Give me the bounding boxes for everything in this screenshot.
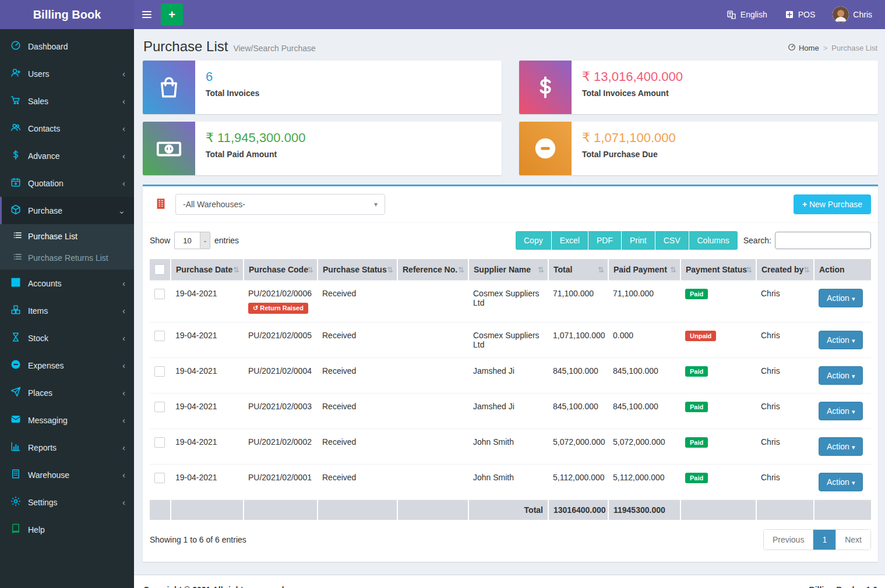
sidebar-item-reports[interactable]: Reports ‹ bbox=[0, 434, 134, 461]
sidebar-item-stock[interactable]: Stock ‹ bbox=[0, 324, 134, 352]
calendar-plus-icon bbox=[10, 177, 21, 189]
bar-chart-icon bbox=[10, 441, 21, 454]
stat-value: ₹ 11,945,300.000 bbox=[206, 130, 305, 146]
row-checkbox[interactable] bbox=[154, 289, 165, 299]
sidebar-item-dashboard[interactable]: Dashboard bbox=[0, 33, 134, 60]
action-button[interactable]: Action▾ bbox=[819, 437, 863, 456]
minus-circle-icon bbox=[10, 359, 21, 371]
col-total[interactable]: Total⇅ bbox=[548, 259, 608, 281]
status-badge: Paid bbox=[685, 289, 708, 299]
sidebar-item-purchase-returns-list[interactable]: Purchase Returns List bbox=[0, 247, 134, 268]
sidebar-item-quotation[interactable]: Quotation ‹ bbox=[0, 169, 134, 197]
building-icon bbox=[10, 469, 21, 481]
chevron-left-icon: ‹ bbox=[122, 69, 125, 78]
page-1-button[interactable]: 1 bbox=[813, 530, 835, 550]
copy-button[interactable]: Copy bbox=[516, 231, 552, 250]
grid-icon bbox=[10, 277, 21, 289]
table-row: 19-04-2021 PU/2021/02/0002 Received John… bbox=[150, 429, 871, 465]
quick-add-button[interactable]: + bbox=[161, 3, 183, 26]
page-length-select[interactable]: 10 ⌄ bbox=[174, 232, 210, 249]
row-checkbox[interactable] bbox=[154, 402, 165, 412]
language-menu[interactable]: English bbox=[727, 10, 767, 20]
page-subtitle: View/Search Purchase bbox=[233, 44, 315, 53]
columns-button[interactable]: Columns bbox=[689, 231, 738, 250]
app-logo[interactable]: Billing Book bbox=[0, 0, 134, 29]
breadcrumb-home-link[interactable]: Home bbox=[788, 43, 819, 53]
sort-icon: ⇅ bbox=[803, 265, 810, 274]
excel-button[interactable]: Excel bbox=[552, 231, 588, 250]
pos-button[interactable]: POS bbox=[785, 10, 816, 19]
sidebar-item-warehouse[interactable]: Warehouse ‹ bbox=[0, 461, 134, 488]
action-button[interactable]: Action▾ bbox=[819, 402, 863, 420]
language-label: English bbox=[741, 10, 767, 19]
caret-down-icon: ▾ bbox=[852, 408, 855, 415]
sidebar-item-expenses[interactable]: Expenses ‹ bbox=[0, 352, 134, 379]
action-button[interactable]: Action▾ bbox=[819, 289, 863, 307]
version-text: Billing Book -v1.0 bbox=[809, 585, 877, 588]
row-checkbox[interactable] bbox=[154, 437, 165, 448]
sidebar-item-accounts[interactable]: Accounts ‹ bbox=[0, 270, 134, 297]
row-checkbox[interactable] bbox=[154, 331, 165, 341]
status-badge: Paid bbox=[685, 366, 708, 377]
warehouse-building-icon bbox=[154, 197, 167, 212]
sort-icon: ⇅ bbox=[458, 265, 464, 274]
show-label: Show bbox=[150, 236, 170, 245]
search-label: Search: bbox=[743, 236, 771, 245]
action-button[interactable]: Action▾ bbox=[819, 473, 863, 491]
status-badge: Unpaid bbox=[685, 331, 716, 341]
sidebar-toggle-button[interactable] bbox=[134, 0, 160, 29]
entries-summary: Showing 1 to 6 of 6 entries bbox=[150, 535, 246, 544]
caret-down-icon: ▾ bbox=[852, 373, 855, 380]
next-page-button[interactable]: Next bbox=[835, 530, 870, 550]
sidebar-item-users[interactable]: Users ‹ bbox=[0, 60, 134, 87]
entries-label: entries bbox=[214, 236, 239, 245]
return-raised-badge: ↺ Return Raised bbox=[248, 303, 308, 314]
sidebar-item-settings[interactable]: Settings ‹ bbox=[0, 488, 134, 516]
sidebar-item-help[interactable]: Help bbox=[0, 516, 134, 543]
csv-button[interactable]: CSV bbox=[655, 231, 689, 250]
row-checkbox[interactable] bbox=[154, 366, 165, 377]
action-button[interactable]: Action▾ bbox=[819, 366, 863, 385]
col-supplier-name[interactable]: Supplier Name⇅ bbox=[468, 259, 548, 281]
row-checkbox[interactable] bbox=[154, 473, 165, 483]
search-input[interactable] bbox=[775, 232, 871, 249]
table-footer-row: Total 13016400.000 11945300.000 bbox=[150, 500, 871, 520]
caret-down-icon: ▾ bbox=[852, 295, 855, 302]
table-row: 19-04-2021 PU/2021/02/0003 Received Jams… bbox=[150, 394, 871, 429]
previous-page-button[interactable]: Previous bbox=[764, 530, 813, 550]
col-paid-payment[interactable]: Paid Payment⇅ bbox=[608, 259, 681, 281]
sort-icon: ⇅ bbox=[670, 265, 676, 274]
col-reference-no[interactable]: Reference No.⇅ bbox=[397, 259, 468, 281]
sidebar-item-contacts[interactable]: Contacts ‹ bbox=[0, 115, 134, 142]
pdf-button[interactable]: PDF bbox=[588, 231, 622, 250]
sidebar-item-messaging[interactable]: Messaging ‹ bbox=[0, 406, 134, 434]
caret-down-icon: ▾ bbox=[374, 200, 378, 208]
col-purchase-code[interactable]: Purchase Code⇅ bbox=[244, 259, 318, 281]
status-badge: Paid bbox=[685, 437, 708, 448]
user-menu[interactable]: Chris bbox=[833, 6, 872, 23]
plus-square-icon bbox=[785, 10, 794, 19]
users-icon bbox=[10, 122, 21, 134]
col-purchase-date[interactable]: Purchase Date⇅ bbox=[171, 259, 244, 281]
sidebar-item-places[interactable]: Places ‹ bbox=[0, 379, 134, 406]
col-created-by[interactable]: Created by⇅ bbox=[756, 259, 814, 281]
sort-icon: ⇅ bbox=[387, 265, 393, 274]
new-purchase-button[interactable]: + New Purchase bbox=[794, 194, 871, 214]
sidebar-item-advance[interactable]: Advance ‹ bbox=[0, 142, 134, 169]
print-button[interactable]: Print bbox=[622, 231, 655, 250]
sidebar-item-purchase[interactable]: Purchase ⌄ bbox=[0, 197, 134, 224]
shopping-bag-icon bbox=[143, 61, 195, 114]
select-all-checkbox[interactable] bbox=[154, 264, 165, 275]
action-button[interactable]: Action▾ bbox=[819, 331, 863, 349]
warehouse-select[interactable]: -All Warehouses- ▾ bbox=[175, 194, 385, 215]
sidebar-item-items[interactable]: Items ‹ bbox=[0, 297, 134, 324]
sidebar-item-sales[interactable]: Sales ‹ bbox=[0, 87, 134, 115]
sort-icon: ⇅ bbox=[233, 265, 239, 274]
col-payment-status[interactable]: Payment Status⇅ bbox=[681, 259, 756, 281]
sidebar: Dashboard Users ‹ Sales ‹ Contacts ‹ Adv… bbox=[0, 29, 134, 588]
chevron-left-icon: ‹ bbox=[122, 97, 125, 105]
col-purchase-status[interactable]: Purchase Status⇅ bbox=[318, 259, 397, 281]
cubes-icon bbox=[10, 304, 21, 317]
caret-down-icon: ▾ bbox=[852, 444, 855, 451]
sidebar-item-purchase-list[interactable]: Purchase List bbox=[0, 225, 134, 247]
